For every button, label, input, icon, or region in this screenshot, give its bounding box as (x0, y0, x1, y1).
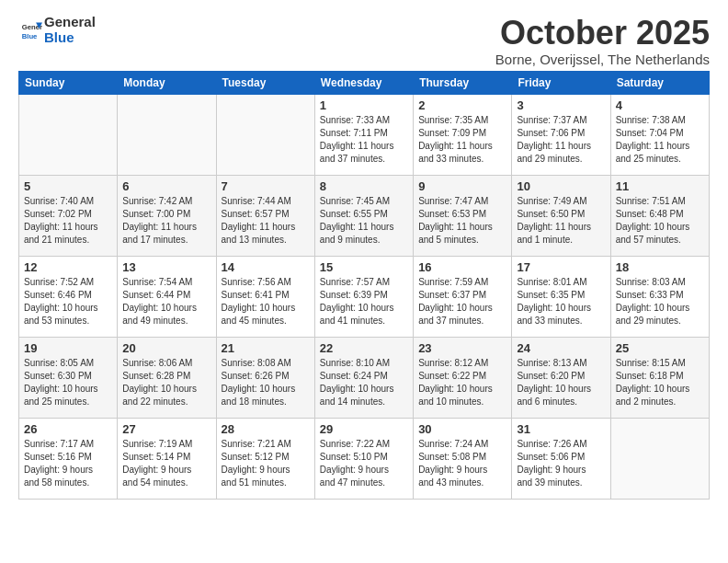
location-subtitle: Borne, Overijssel, The Netherlands (495, 52, 710, 67)
day-number: 11 (616, 179, 704, 193)
calendar-cell: 27Sunrise: 7:19 AM Sunset: 5:14 PM Dayli… (118, 418, 216, 499)
logo-blue: Blue (44, 30, 96, 46)
cell-content: Sunrise: 7:49 AM Sunset: 6:50 PM Dayligh… (517, 195, 605, 247)
day-number: 15 (320, 260, 408, 274)
calendar-cell: 31Sunrise: 7:26 AM Sunset: 5:06 PM Dayli… (512, 418, 610, 499)
day-number: 30 (418, 422, 506, 436)
calendar-row: 19Sunrise: 8:05 AM Sunset: 6:30 PM Dayli… (19, 337, 710, 418)
calendar-cell: 10Sunrise: 7:49 AM Sunset: 6:50 PM Dayli… (512, 175, 610, 256)
cell-content: Sunrise: 8:13 AM Sunset: 6:20 PM Dayligh… (517, 357, 605, 408)
calendar-cell: 16Sunrise: 7:59 AM Sunset: 6:37 PM Dayli… (414, 256, 512, 337)
cell-content: Sunrise: 7:24 AM Sunset: 5:08 PM Dayligh… (418, 438, 506, 489)
day-number: 6 (122, 179, 210, 193)
day-number: 31 (517, 422, 605, 436)
cell-content: Sunrise: 7:22 AM Sunset: 5:10 PM Dayligh… (320, 438, 408, 489)
header-cell-monday: Monday (118, 71, 216, 94)
cell-content: Sunrise: 7:44 AM Sunset: 6:57 PM Dayligh… (222, 195, 310, 247)
cell-content: Sunrise: 8:10 AM Sunset: 6:24 PM Dayligh… (320, 357, 408, 408)
day-number: 27 (122, 422, 210, 436)
calendar-cell: 30Sunrise: 7:24 AM Sunset: 5:08 PM Dayli… (414, 418, 512, 499)
cell-content: Sunrise: 8:15 AM Sunset: 6:18 PM Dayligh… (616, 357, 704, 408)
calendar-cell: 7Sunrise: 7:44 AM Sunset: 6:57 PM Daylig… (216, 175, 314, 256)
logo-general: General (44, 15, 96, 30)
cell-content: Sunrise: 8:03 AM Sunset: 6:33 PM Dayligh… (616, 276, 704, 327)
cell-content: Sunrise: 7:17 AM Sunset: 5:16 PM Dayligh… (24, 438, 112, 489)
calendar-page: General Blue General Blue October 2025 B… (0, 0, 728, 509)
day-number: 17 (517, 260, 605, 274)
day-number: 24 (517, 341, 605, 355)
cell-content: Sunrise: 8:05 AM Sunset: 6:30 PM Dayligh… (24, 357, 112, 408)
calendar-cell: 14Sunrise: 7:56 AM Sunset: 6:41 PM Dayli… (216, 256, 314, 337)
calendar-row: 12Sunrise: 7:52 AM Sunset: 6:46 PM Dayli… (19, 256, 710, 337)
day-number: 10 (517, 179, 605, 193)
header-row: SundayMondayTuesdayWednesdayThursdayFrid… (19, 71, 710, 94)
day-number: 9 (418, 179, 506, 193)
calendar-cell: 19Sunrise: 8:05 AM Sunset: 6:30 PM Dayli… (19, 337, 118, 418)
calendar-cell (118, 94, 216, 175)
calendar-table: SundayMondayTuesdayWednesdayThursdayFrid… (18, 71, 710, 500)
day-number: 28 (222, 422, 310, 436)
day-number: 4 (616, 98, 704, 112)
calendar-cell: 11Sunrise: 7:51 AM Sunset: 6:48 PM Dayli… (610, 175, 709, 256)
cell-content: Sunrise: 7:37 AM Sunset: 7:06 PM Dayligh… (517, 114, 605, 166)
header-cell-tuesday: Tuesday (216, 71, 314, 94)
calendar-cell: 15Sunrise: 7:57 AM Sunset: 6:39 PM Dayli… (314, 256, 413, 337)
calendar-cell: 17Sunrise: 8:01 AM Sunset: 6:35 PM Dayli… (512, 256, 610, 337)
day-number: 23 (418, 341, 506, 355)
day-number: 8 (320, 179, 408, 193)
day-number: 13 (122, 260, 210, 274)
header-cell-thursday: Thursday (414, 71, 512, 94)
calendar-cell: 12Sunrise: 7:52 AM Sunset: 6:46 PM Dayli… (19, 256, 118, 337)
calendar-row: 5Sunrise: 7:40 AM Sunset: 7:02 PM Daylig… (19, 175, 710, 256)
day-number: 5 (24, 179, 112, 193)
calendar-cell: 25Sunrise: 8:15 AM Sunset: 6:18 PM Dayli… (610, 337, 709, 418)
cell-content: Sunrise: 7:26 AM Sunset: 5:06 PM Dayligh… (517, 438, 605, 489)
calendar-row: 26Sunrise: 7:17 AM Sunset: 5:16 PM Dayli… (19, 418, 710, 499)
logo: General Blue General Blue (18, 15, 96, 45)
calendar-cell: 13Sunrise: 7:54 AM Sunset: 6:44 PM Dayli… (118, 256, 216, 337)
cell-content: Sunrise: 7:59 AM Sunset: 6:37 PM Dayligh… (418, 276, 506, 327)
calendar-cell: 1Sunrise: 7:33 AM Sunset: 7:11 PM Daylig… (314, 94, 413, 175)
calendar-row: 1Sunrise: 7:33 AM Sunset: 7:11 PM Daylig… (19, 94, 710, 175)
cell-content: Sunrise: 8:06 AM Sunset: 6:28 PM Dayligh… (122, 357, 210, 408)
day-number: 25 (616, 341, 704, 355)
calendar-cell: 6Sunrise: 7:42 AM Sunset: 7:00 PM Daylig… (118, 175, 216, 256)
logo-icon: General Blue (20, 19, 42, 41)
day-number: 18 (616, 260, 704, 274)
header-cell-friday: Friday (512, 71, 610, 94)
calendar-cell: 28Sunrise: 7:21 AM Sunset: 5:12 PM Dayli… (216, 418, 314, 499)
calendar-cell (610, 418, 709, 499)
svg-text:Blue: Blue (22, 31, 38, 40)
day-number: 12 (24, 260, 112, 274)
cell-content: Sunrise: 7:51 AM Sunset: 6:48 PM Dayligh… (616, 195, 704, 247)
day-number: 20 (122, 341, 210, 355)
day-number: 26 (24, 422, 112, 436)
month-title: October 2025 (495, 15, 710, 52)
calendar-cell: 4Sunrise: 7:38 AM Sunset: 7:04 PM Daylig… (610, 94, 709, 175)
cell-content: Sunrise: 7:19 AM Sunset: 5:14 PM Dayligh… (122, 438, 210, 489)
cell-content: Sunrise: 7:42 AM Sunset: 7:00 PM Dayligh… (122, 195, 210, 247)
calendar-cell: 20Sunrise: 8:06 AM Sunset: 6:28 PM Dayli… (118, 337, 216, 418)
calendar-cell: 26Sunrise: 7:17 AM Sunset: 5:16 PM Dayli… (19, 418, 118, 499)
header-cell-saturday: Saturday (610, 71, 709, 94)
calendar-cell: 29Sunrise: 7:22 AM Sunset: 5:10 PM Dayli… (314, 418, 413, 499)
cell-content: Sunrise: 7:56 AM Sunset: 6:41 PM Dayligh… (222, 276, 310, 327)
cell-content: Sunrise: 8:08 AM Sunset: 6:26 PM Dayligh… (222, 357, 310, 408)
calendar-cell: 24Sunrise: 8:13 AM Sunset: 6:20 PM Dayli… (512, 337, 610, 418)
day-number: 22 (320, 341, 408, 355)
day-number: 21 (222, 341, 310, 355)
title-block: October 2025 Borne, Overijssel, The Neth… (495, 15, 710, 67)
calendar-cell: 5Sunrise: 7:40 AM Sunset: 7:02 PM Daylig… (19, 175, 118, 256)
cell-content: Sunrise: 7:47 AM Sunset: 6:53 PM Dayligh… (418, 195, 506, 247)
calendar-cell: 2Sunrise: 7:35 AM Sunset: 7:09 PM Daylig… (414, 94, 512, 175)
day-number: 14 (222, 260, 310, 274)
calendar-cell (216, 94, 314, 175)
cell-content: Sunrise: 7:54 AM Sunset: 6:44 PM Dayligh… (122, 276, 210, 327)
cell-content: Sunrise: 8:01 AM Sunset: 6:35 PM Dayligh… (517, 276, 605, 327)
day-number: 29 (320, 422, 408, 436)
calendar-cell: 18Sunrise: 8:03 AM Sunset: 6:33 PM Dayli… (610, 256, 709, 337)
calendar-cell: 9Sunrise: 7:47 AM Sunset: 6:53 PM Daylig… (414, 175, 512, 256)
calendar-cell: 21Sunrise: 8:08 AM Sunset: 6:26 PM Dayli… (216, 337, 314, 418)
calendar-cell: 8Sunrise: 7:45 AM Sunset: 6:55 PM Daylig… (314, 175, 413, 256)
day-number: 7 (222, 179, 310, 193)
